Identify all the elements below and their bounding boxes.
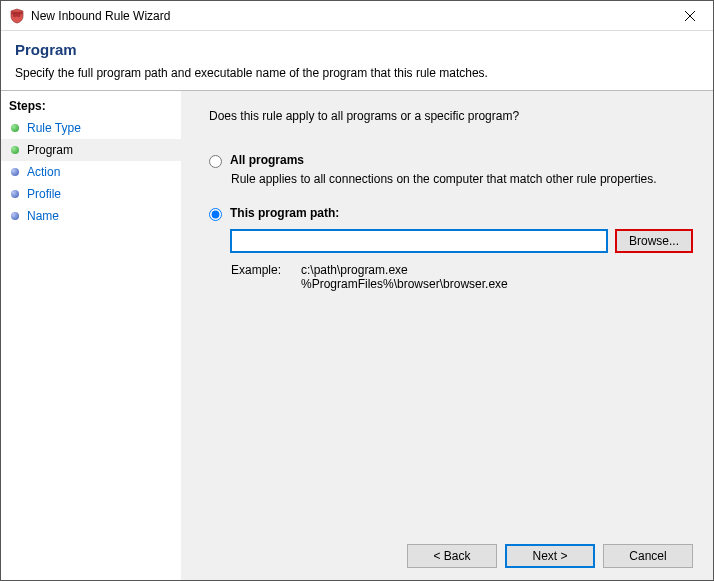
bullet-icon (11, 190, 19, 198)
svg-rect-4 (17, 14, 20, 16)
step-action[interactable]: Action (1, 161, 181, 183)
option-path-label: This program path: (230, 206, 339, 220)
steps-sidebar: Steps: Rule Type Program Action Profile … (1, 91, 181, 580)
program-path-row: Browse... (231, 229, 693, 253)
titlebar: New Inbound Rule Wizard (1, 1, 713, 31)
spacer (209, 291, 693, 534)
step-label: Action (27, 165, 60, 179)
page-title: Program (15, 41, 699, 58)
bullet-icon (11, 212, 19, 220)
example-row: Example: c:\path\program.exe %ProgramFil… (231, 263, 693, 291)
cancel-button[interactable]: Cancel (603, 544, 693, 568)
wizard-header: Program Specify the full program path an… (1, 31, 713, 90)
wizard-body: Steps: Rule Type Program Action Profile … (1, 90, 713, 580)
back-button[interactable]: < Back (407, 544, 497, 568)
example-label: Example: (231, 263, 301, 291)
step-label: Profile (27, 187, 61, 201)
step-rule-type[interactable]: Rule Type (1, 117, 181, 139)
step-program[interactable]: Program (1, 139, 181, 161)
option-this-program-path[interactable]: This program path: (209, 206, 693, 221)
page-subtitle: Specify the full program path and execut… (15, 66, 699, 80)
step-label: Program (27, 143, 73, 157)
svg-rect-0 (12, 12, 15, 14)
svg-rect-3 (14, 14, 17, 16)
example-values: c:\path\program.exe %ProgramFiles%\brows… (301, 263, 508, 291)
question-text: Does this rule apply to all programs or … (209, 109, 693, 123)
bullet-icon (11, 168, 19, 176)
option-all-programs[interactable]: All programs (209, 153, 693, 168)
step-profile[interactable]: Profile (1, 183, 181, 205)
step-label: Name (27, 209, 59, 223)
window-title: New Inbound Rule Wizard (31, 9, 667, 23)
wizard-buttons: < Back Next > Cancel (209, 534, 693, 568)
option-all-label: All programs (230, 153, 304, 167)
browse-button[interactable]: Browse... (615, 229, 693, 253)
content-panel: Does this rule apply to all programs or … (181, 91, 713, 580)
step-label: Rule Type (27, 121, 81, 135)
steps-heading: Steps: (1, 97, 181, 117)
close-button[interactable] (667, 1, 713, 31)
radio-this-program-path[interactable] (209, 208, 222, 221)
radio-all-programs[interactable] (209, 155, 222, 168)
wizard-window: New Inbound Rule Wizard Program Specify … (0, 0, 714, 581)
bullet-icon (11, 124, 19, 132)
svg-rect-2 (19, 12, 22, 14)
bullet-icon (11, 146, 19, 154)
step-name[interactable]: Name (1, 205, 181, 227)
firewall-shield-icon (9, 8, 25, 24)
svg-rect-1 (16, 12, 19, 14)
next-button[interactable]: Next > (505, 544, 595, 568)
program-path-input[interactable] (231, 230, 607, 252)
close-icon (685, 11, 695, 21)
option-all-desc: Rule applies to all connections on the c… (231, 172, 693, 186)
